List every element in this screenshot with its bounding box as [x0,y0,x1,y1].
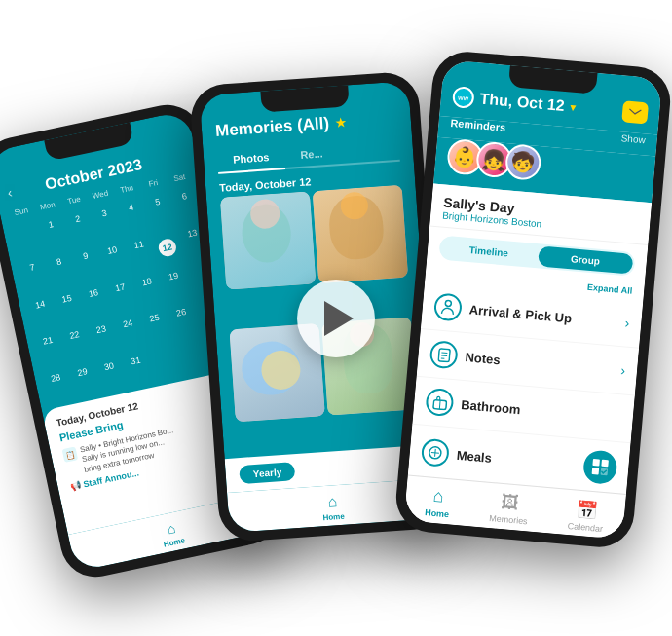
cal-cell-21[interactable]: 21 [34,330,66,370]
cal-day-sun: Sun [7,205,35,219]
cal-cell-11[interactable]: 11 [125,234,157,274]
cal-cell-25[interactable]: 25 [140,307,172,347]
photo-2[interactable] [313,185,408,283]
cal-day-thu: Thu [113,182,141,197]
cal-cell-28[interactable]: 28 [42,367,74,407]
cal-cell-5[interactable]: 5 [143,191,175,231]
cal-cell-31[interactable]: 31 [122,350,154,390]
cal-day-wed: Wed [87,188,115,203]
meals-icon [421,438,450,468]
cal-cell-3[interactable]: 3 [91,202,123,242]
meals-checked-badge [582,449,618,485]
app-screen: ww Thu, Oct 12 ▾ Reminders Show [404,59,663,540]
cal-day-sat: Sat [166,170,194,185]
cal-prev-nav[interactable]: ‹ [6,184,14,201]
footer-memories[interactable]: 🖼 Memories [489,491,530,527]
notes-chevron-icon: › [620,362,626,378]
photo-3[interactable] [229,323,324,422]
home-icon-right: ⌂ [432,486,445,507]
svg-rect-12 [601,460,609,468]
bathroom-icon [425,388,454,417]
cal-cell-4[interactable]: 4 [117,197,149,237]
cal-cell-7[interactable]: 7 [18,256,50,296]
cal-cell-29[interactable]: 29 [68,361,100,401]
cal-day-fri: Fri [139,176,168,191]
cal-cell-24[interactable]: 24 [114,313,146,353]
cal-cell-12-today[interactable]: 12 [157,238,177,258]
cal-cell-1[interactable]: 1 [37,213,69,253]
cal-footer-home-label: Home [163,536,186,548]
notes-label: Notes [465,350,614,377]
ww-badge: ww [452,86,475,109]
arrival-label: Arrival & Pick Up [468,302,617,329]
footer-home[interactable]: ⌂ Home [425,485,452,520]
cal-cell-8[interactable]: 8 [45,250,77,290]
cal-cell-30[interactable]: 30 [94,355,127,395]
meals-label: Meals [456,447,577,472]
arrival-icon [433,292,463,321]
svg-point-1 [445,300,452,307]
cal-cell-15[interactable]: 15 [53,287,85,327]
tab-re[interactable]: Re... [284,140,340,169]
svg-rect-11 [592,459,600,467]
photo-1[interactable] [220,191,316,289]
cal-cell-14[interactable]: 14 [26,293,58,333]
mem-footer-home[interactable]: ⌂ Home [321,493,345,522]
footer-calendar-label: Calendar [567,521,603,534]
envelope-icon[interactable] [621,100,649,124]
bathroom-label: Bathroom [461,396,622,425]
footer-calendar[interactable]: 📅 Calendar [567,498,605,534]
photo-4[interactable] [321,317,417,415]
app-content: Sally's Day Bright Horizons Boston Timel… [408,184,652,494]
phone-main-app: ww Thu, Oct 12 ▾ Reminders Show [393,49,672,549]
memories-icon: 🖼 [501,492,520,513]
reminders-show[interactable]: Show [620,132,646,145]
cal-day-tue: Tue [59,193,88,207]
cal-cell-2[interactable]: 2 [63,207,95,247]
cal-cell-9[interactable]: 9 [71,244,103,284]
mem-title: Memories (All) [214,114,329,141]
cal-cell-10[interactable]: 10 [98,239,131,279]
mem-footer-home-label: Home [322,512,345,523]
cal-cell-18[interactable]: 18 [132,270,165,310]
arrival-chevron-icon: › [624,315,630,330]
notes-icon [429,340,459,369]
svg-line-4 [441,355,447,355]
tab-timeline[interactable]: Timeline [440,238,537,266]
megaphone-icon: 📢 [69,480,82,492]
cal-day-mon: Mon [33,199,61,213]
tab-group[interactable]: Group [538,245,634,274]
svg-line-7 [439,400,440,409]
footer-memories-label: Memories [489,513,528,526]
svg-line-10 [431,452,439,453]
svg-line-3 [441,352,447,353]
cal-cell-19[interactable]: 19 [159,265,191,305]
scene: ‹ October 2023 Sun Mon Tue Wed Thu Fri S… [0,0,672,636]
cal-cell-23[interactable]: 23 [87,318,119,358]
calendar-icon: 📅 [576,499,599,522]
footer-home-label: Home [425,507,450,519]
avatar-3[interactable]: 🧒 [504,143,542,181]
cal-cell-22[interactable]: 22 [60,324,93,364]
cal-bottom-icon1: 📋 [62,446,79,463]
mem-star-icon: ★ [334,115,348,131]
mem-photos-grid [206,184,433,459]
app-date: Thu, Oct 12 [479,90,565,115]
home-icon-left: ⌂ [166,520,177,537]
cal-cell-26[interactable]: 26 [168,302,200,342]
home-icon-mid: ⌂ [327,493,338,511]
cal-cell-16[interactable]: 16 [79,281,111,321]
cal-cell-17[interactable]: 17 [106,276,138,316]
btn-yearly[interactable]: Yearly [239,462,296,484]
svg-rect-13 [592,468,600,475]
cal-footer-home[interactable]: ⌂ Home [159,519,185,549]
date-dropdown-icon[interactable]: ▾ [570,100,577,114]
